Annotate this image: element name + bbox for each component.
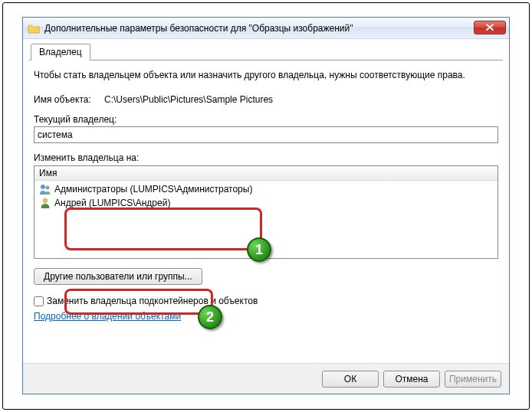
replace-owner-checkbox[interactable] <box>34 296 44 306</box>
group-icon <box>39 183 51 195</box>
owner-list-header[interactable]: Имя <box>34 166 498 181</box>
svg-point-2 <box>43 198 48 203</box>
tab-baseline <box>29 60 503 60</box>
other-users-button[interactable]: Другие пользователи или группы... <box>34 268 202 285</box>
folder-icon <box>28 23 40 34</box>
user-icon <box>39 197 51 209</box>
replace-owner-row[interactable]: Заменить владельца подконтейнеров и объе… <box>34 296 498 306</box>
list-item-label: Андрей (LUMPICS\Андрей) <box>54 198 170 208</box>
svg-point-0 <box>41 185 45 189</box>
titlebar[interactable]: Дополнительные параметры безопасности дл… <box>23 18 509 39</box>
current-owner-field: система <box>34 126 498 143</box>
owner-list[interactable]: Имя Администраторы (LUMPICS\Администрато… <box>34 165 498 259</box>
tabstrip: Владелец <box>31 44 90 60</box>
apply-button[interactable]: Применить <box>445 371 501 387</box>
object-name-label: Имя объекта: <box>34 94 104 105</box>
description-text: Чтобы стать владельцем объекта или назна… <box>34 70 498 80</box>
dialog-buttons: ОК Отмена Применить <box>23 363 509 394</box>
tab-owner[interactable]: Владелец <box>31 44 90 60</box>
list-item-label: Администраторы (LUMPICS\Администраторы) <box>54 184 252 195</box>
current-owner-label: Текущий владелец: <box>34 114 498 125</box>
close-button[interactable] <box>474 21 506 34</box>
object-name-value: C:\Users\Public\Pictures\Sample Pictures <box>104 94 273 105</box>
cancel-button[interactable]: Отмена <box>383 371 440 387</box>
owner-list-body: Администраторы (LUMPICS\Администраторы) … <box>34 181 498 211</box>
learn-more-link[interactable]: Подробнее о владении объектами <box>34 311 181 322</box>
dialog-body: Владелец Чтобы стать владельцем объекта … <box>23 39 509 394</box>
ok-button[interactable]: ОК <box>322 371 379 387</box>
window-title: Дополнительные параметры безопасности дл… <box>44 23 474 34</box>
replace-owner-label: Заменить владельца подконтейнеров и объе… <box>47 296 258 306</box>
list-item[interactable]: Андрей (LUMPICS\Андрей) <box>38 196 494 210</box>
list-item[interactable]: Администраторы (LUMPICS\Администраторы) <box>38 182 494 196</box>
svg-point-1 <box>46 186 50 190</box>
dialog-window: Дополнительные параметры безопасности дл… <box>22 17 510 394</box>
tab-content: Чтобы стать владельцем объекта или назна… <box>34 65 498 361</box>
object-name-row: Имя объекта: C:\Users\Public\Pictures\Sa… <box>34 94 498 105</box>
change-owner-label: Изменить владельца на: <box>34 152 498 163</box>
